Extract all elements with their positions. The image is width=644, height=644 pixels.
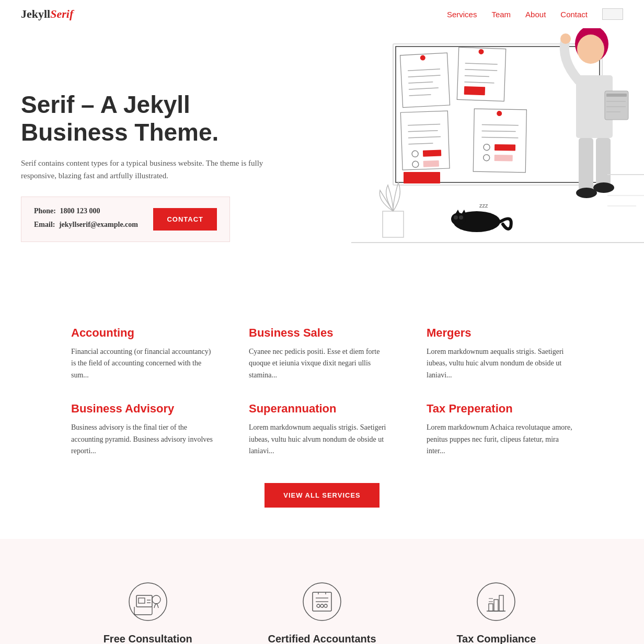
svg-rect-22 xyxy=(423,150,441,157)
svg-point-40 xyxy=(459,215,463,220)
svg-rect-34 xyxy=(404,172,440,183)
svg-rect-78 xyxy=(494,600,498,611)
service-description: Financial accounting (or financial accou… xyxy=(71,346,217,381)
hero-contact-box: Phone: 1800 123 000 Email: jekyllserif@e… xyxy=(21,197,230,242)
nav-links: Services Team About Contact xyxy=(447,8,623,20)
hero-svg: zzz xyxy=(351,28,644,253)
svg-rect-62 xyxy=(139,598,145,603)
phone-label: Phone: xyxy=(34,207,56,215)
hero-contact-button[interactable]: CONTACT xyxy=(153,208,217,231)
svg-rect-77 xyxy=(489,604,493,611)
svg-point-65 xyxy=(152,595,160,604)
service-item-tax: Tax Preperation Lorem markdownum Achaica… xyxy=(427,402,573,457)
svg-point-71 xyxy=(320,604,324,607)
svg-point-70 xyxy=(317,604,320,607)
services-grid: Accounting Financial accounting (or fina… xyxy=(71,326,573,457)
service-description: Lorem markdownum Achaica revolutaque amo… xyxy=(427,422,573,457)
features-grid: Free Consultation New clients receive an… xyxy=(71,581,573,644)
spacer xyxy=(0,253,644,284)
service-title[interactable]: Superannuation xyxy=(249,402,395,416)
service-item-superannuation: Superannuation Lorem markdownum aequalis… xyxy=(249,402,395,457)
service-title[interactable]: Tax Preperation xyxy=(427,402,573,416)
service-description: Business advisory is the final tier of t… xyxy=(71,422,217,457)
feature-certified: Certified Accountants All members of our… xyxy=(245,581,398,644)
svg-rect-25 xyxy=(473,109,526,172)
service-title[interactable]: Mergers xyxy=(427,326,573,340)
hero-email: Email: jekyllserif@example.com xyxy=(34,219,138,231)
email-label: Email: xyxy=(34,221,55,228)
service-description: Cyanee nec pedicis positi. Esse et diem … xyxy=(249,346,395,381)
service-item-accounting: Accounting Financial accounting (or fina… xyxy=(71,326,217,381)
svg-point-47 xyxy=(560,33,571,44)
svg-rect-33 xyxy=(494,155,513,162)
svg-rect-49 xyxy=(596,138,611,185)
service-title[interactable]: Business Sales xyxy=(249,326,395,340)
nav-team[interactable]: Team xyxy=(491,10,511,19)
compliance-icon xyxy=(475,581,517,623)
feature-title: Free Consultation xyxy=(71,633,224,644)
service-title[interactable]: Accounting xyxy=(71,326,217,340)
feature-title: Tax Compliance xyxy=(420,633,573,644)
nav-contact[interactable]: Contact xyxy=(560,10,588,19)
svg-rect-31 xyxy=(494,144,515,151)
service-item-business-sales: Business Sales Cyanee nec pedicis positi… xyxy=(249,326,395,381)
svg-rect-48 xyxy=(579,138,593,190)
svg-marker-41 xyxy=(455,210,461,215)
consultation-icon xyxy=(127,581,169,623)
search-box[interactable] xyxy=(602,8,623,20)
nav-services[interactable]: Services xyxy=(447,10,477,19)
logo-red: Serif xyxy=(50,7,73,20)
certified-icon xyxy=(301,581,343,623)
svg-rect-24 xyxy=(423,160,439,167)
svg-rect-2 xyxy=(400,53,450,108)
hero-heading: Serif – A Jekyll Business Theme. xyxy=(21,91,272,146)
hero-left: Serif – A Jekyll Business Theme. Serif c… xyxy=(21,49,272,242)
view-all-wrapper: VIEW ALL SERVICES xyxy=(21,483,623,508)
svg-point-45 xyxy=(577,34,604,64)
svg-point-75 xyxy=(477,583,515,620)
feature-compliance: Tax Compliance We stay up to date on the… xyxy=(420,581,573,644)
svg-text:zzz: zzz xyxy=(479,202,488,209)
service-description: Lorem markdownum aequalis strigis. Saeti… xyxy=(249,422,395,457)
hero-section: Serif – A Jekyll Business Theme. Serif c… xyxy=(0,28,644,253)
svg-rect-79 xyxy=(499,595,503,611)
features-section: Free Consultation New clients receive an… xyxy=(0,539,644,644)
logo[interactable]: JekyllSerif xyxy=(21,7,73,21)
service-item-mergers: Mergers Lorem markdownum aequalis strigi… xyxy=(427,326,573,381)
svg-marker-42 xyxy=(461,210,466,215)
hero-contact-info: Phone: 1800 123 000 Email: jekyllserif@e… xyxy=(34,205,138,233)
hero-illustration: zzz xyxy=(351,28,644,253)
hero-phone: Phone: 1800 123 000 xyxy=(34,205,138,217)
service-title[interactable]: Business Advisory xyxy=(71,402,217,416)
logo-black: Jekyll xyxy=(21,7,50,20)
hero-description: Serif contains content types for a typic… xyxy=(21,157,272,182)
services-section: Accounting Financial accounting (or fina… xyxy=(0,284,644,539)
svg-rect-15 xyxy=(464,86,486,95)
view-all-services-button[interactable]: VIEW ALL SERVICES xyxy=(264,483,380,508)
service-description: Lorem markdownum aequalis strigis. Saeti… xyxy=(427,346,573,381)
phone-value: 1800 123 000 xyxy=(60,207,100,215)
svg-rect-36 xyxy=(383,211,404,237)
nav-about[interactable]: About xyxy=(525,10,546,19)
svg-point-72 xyxy=(324,604,327,607)
email-value: jekyllserif@example.com xyxy=(59,221,138,228)
svg-rect-53 xyxy=(606,94,627,97)
service-item-advisory: Business Advisory Business advisory is t… xyxy=(71,402,217,457)
svg-point-51 xyxy=(593,182,614,193)
feature-title: Certified Accountants xyxy=(245,633,398,644)
navbar: JekyllSerif Services Team About Contact xyxy=(0,0,644,28)
svg-point-39 xyxy=(454,215,458,220)
feature-consultation: Free Consultation New clients receive an… xyxy=(71,581,224,644)
